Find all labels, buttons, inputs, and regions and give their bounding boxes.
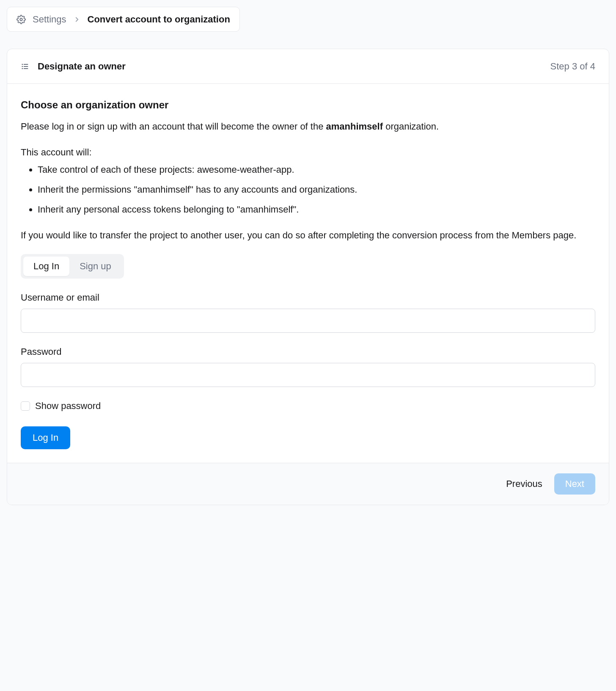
list-item: Inherit the permissions "amanhimself" ha… [38,182,595,196]
card-header: Designate an owner Step 3 of 4 [7,49,609,84]
transfer-note: If you would like to transfer the projec… [21,228,595,242]
show-password-label: Show password [35,399,101,413]
card-title: Designate an owner [38,59,126,73]
show-password-checkbox[interactable] [21,401,30,411]
username-input[interactable] [21,309,595,333]
list-item: Take control of each of these projects: … [38,163,595,177]
bullet-list: Take control of each of these projects: … [21,163,595,216]
list-item: Inherit any personal access tokens belon… [38,202,595,216]
svg-point-6 [22,68,22,69]
password-input[interactable] [21,363,595,387]
card-footer: Previous Next [7,463,609,505]
svg-point-0 [20,18,22,21]
breadcrumb: Settings Convert account to organization [7,7,240,32]
step-indicator: Step 3 of 4 [550,59,595,73]
card-body: Choose an organization owner Please log … [7,84,609,463]
section-title: Choose an organization owner [21,97,595,113]
password-label: Password [21,345,595,359]
intro-paragraph: Please log in or sign up with an account… [21,119,595,133]
login-button[interactable]: Log In [21,426,70,449]
chevron-right-icon [73,16,81,23]
breadcrumb-settings[interactable]: Settings [33,12,66,26]
previous-button[interactable]: Previous [506,478,542,489]
next-button[interactable]: Next [554,473,595,495]
tab-login[interactable]: Log In [23,257,69,276]
wizard-card: Designate an owner Step 3 of 4 Choose an… [7,49,609,505]
intro-prefix: Please log in or sign up with an account… [21,121,326,132]
breadcrumb-current: Convert account to organization [88,12,230,26]
username-label: Username or email [21,290,595,304]
svg-point-4 [22,64,22,64]
list-intro: This account will: [21,145,595,159]
svg-point-5 [22,66,22,66]
tab-signup[interactable]: Sign up [69,257,121,276]
list-icon [21,62,29,71]
gear-icon [16,15,26,24]
auth-tab-group: Log In Sign up [21,254,124,279]
show-password-row: Show password [21,399,595,413]
org-name: amanhimself [326,121,383,132]
intro-suffix: organization. [383,121,439,132]
